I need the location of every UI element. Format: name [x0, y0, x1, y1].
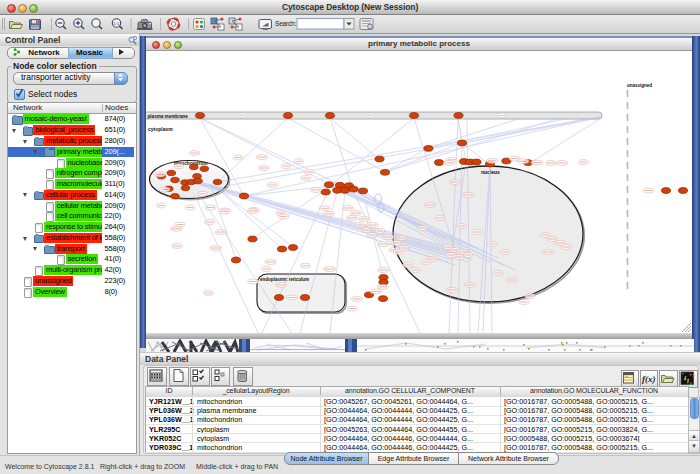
svg-text:plasma membrane: plasma membrane [148, 114, 189, 119]
svg-text:cytoplasm: cytoplasm [148, 126, 173, 132]
svg-text:unassigned: unassigned [627, 83, 652, 88]
svg-text:1:1: 1:1 [114, 21, 120, 26]
svg-text:nucleus: nucleus [481, 169, 500, 175]
svg-text:endoplasmic reticulum: endoplasmic reticulum [260, 277, 309, 282]
svg-text:f(x): f(x) [642, 373, 656, 383]
svg-text:Search:: Search: [275, 20, 296, 27]
